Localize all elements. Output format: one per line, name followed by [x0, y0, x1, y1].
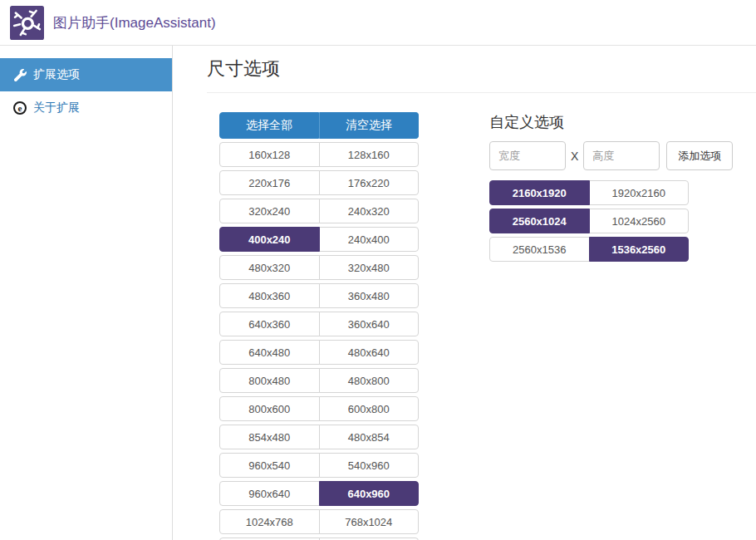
preset-size-option-800x480[interactable]: 800x480: [219, 368, 320, 393]
preset-size-option-220x176[interactable]: 220x176: [219, 170, 320, 195]
custom-size-option-2560x1536[interactable]: 2560x1536: [489, 237, 590, 262]
preset-size-option-960x540[interactable]: 960x540: [219, 453, 320, 478]
preset-size-option-176x220[interactable]: 176x220: [319, 170, 420, 195]
sidebar-item-about-extension[interactable]: e 关于扩展: [0, 91, 172, 125]
width-input[interactable]: [489, 141, 566, 170]
custom-size-option-2560x1024[interactable]: 2560x1024: [489, 209, 590, 233]
preset-size-option-240x400[interactable]: 240x400: [319, 227, 420, 252]
preset-size-option-640x480[interactable]: 640x480: [219, 340, 320, 365]
custom-size-row: 2560x15361536x2560: [489, 237, 689, 262]
preset-size-row: 640x360360x640: [219, 312, 419, 336]
preset-size-row: 960x540540x960: [219, 453, 419, 478]
preset-size-row: 1024x768768x1024: [219, 509, 419, 534]
preset-size-option-480x360[interactable]: 480x360: [219, 283, 320, 308]
preset-size-option-320x240[interactable]: 320x240: [219, 199, 320, 223]
preset-size-option-768x1024[interactable]: 768x1024: [319, 509, 420, 534]
preset-size-option-800x600[interactable]: 800x600: [219, 396, 320, 421]
preset-size-row: 480x360360x480: [219, 283, 419, 308]
app-header: 图片助手(ImageAssistant): [0, 0, 756, 46]
preset-size-option-640x960[interactable]: 640x960: [319, 481, 420, 506]
custom-size-row: 2560x10241024x2560: [489, 209, 689, 233]
custom-options-section: 自定义选项 X 添加选项 2160x19201920x21602560x1024…: [489, 112, 733, 540]
preset-size-option-480x800[interactable]: 480x800: [319, 368, 420, 393]
height-input[interactable]: [583, 141, 660, 170]
page-title: 尺寸选项: [207, 46, 756, 93]
preset-size-option-1024x768[interactable]: 1024x768: [219, 509, 320, 534]
preset-size-row: 960x640640x960: [219, 481, 419, 506]
preset-size-row: 640x480480x640: [219, 340, 419, 365]
preset-size-option-480x640[interactable]: 480x640: [319, 340, 420, 365]
preset-size-row: 400x240240x400: [219, 227, 419, 252]
preset-size-option-160x128[interactable]: 160x128: [219, 142, 320, 167]
custom-size-option-2160x1920[interactable]: 2160x1920: [489, 180, 590, 205]
preset-size-option-360x640[interactable]: 360x640: [319, 312, 420, 336]
about-icon: e: [12, 101, 27, 115]
custom-size-option-1920x2160[interactable]: 1920x2160: [589, 180, 690, 205]
add-option-button[interactable]: 添加选项: [666, 141, 733, 170]
sidebar-item-label: 关于扩展: [33, 101, 80, 115]
custom-size-option-1536x2560[interactable]: 1536x2560: [589, 237, 690, 262]
main-content: 尺寸选项 选择全部 清空选择 160x128128x160220x176176x…: [174, 46, 756, 540]
clear-selection-button[interactable]: 清空选择: [319, 112, 419, 139]
preset-size-option-128x160[interactable]: 128x160: [319, 142, 420, 167]
preset-size-option-960x640[interactable]: 960x640: [219, 481, 320, 506]
preset-size-row: 854x480480x854: [219, 425, 419, 449]
app-title: 图片助手(ImageAssistant): [53, 13, 216, 32]
sidebar: 扩展选项 e 关于扩展: [0, 46, 173, 540]
select-all-button[interactable]: 选择全部: [219, 112, 319, 139]
preset-size-option-400x240[interactable]: 400x240: [219, 227, 320, 252]
preset-size-option-360x480[interactable]: 360x480: [319, 283, 420, 308]
preset-size-option-320x480[interactable]: 320x480: [319, 255, 420, 280]
preset-size-option-480x854[interactable]: 480x854: [319, 425, 420, 449]
custom-size-row: 2160x19201920x2160: [489, 180, 689, 205]
app-logo-icon: [10, 5, 44, 41]
preset-size-option-600x800[interactable]: 600x800: [319, 396, 420, 421]
preset-size-row: 480x320320x480: [219, 255, 419, 280]
dimension-separator: X: [571, 150, 578, 163]
custom-size-form: X 添加选项: [489, 141, 733, 170]
preset-size-row: 220x176176x220: [219, 170, 419, 195]
preset-size-option-480x320[interactable]: 480x320: [219, 255, 320, 280]
preset-size-option-640x360[interactable]: 640x360: [219, 312, 320, 336]
preset-size-row: 320x240240x320: [219, 199, 419, 223]
preset-size-row: 160x128128x160: [219, 142, 419, 167]
preset-size-option-240x320[interactable]: 240x320: [319, 199, 420, 223]
custom-options-title: 自定义选项: [489, 112, 733, 132]
grid-action-row: 选择全部 清空选择: [219, 112, 419, 139]
preset-size-row: 800x480480x800: [219, 368, 419, 393]
preset-size-option-540x960[interactable]: 540x960: [319, 453, 420, 478]
preset-size-option-854x480[interactable]: 854x480: [219, 425, 320, 449]
preset-size-grid: 选择全部 清空选择 160x128128x160220x176176x22032…: [219, 112, 419, 540]
sidebar-item-extension-options[interactable]: 扩展选项: [0, 58, 172, 91]
sidebar-item-label: 扩展选项: [33, 67, 80, 82]
preset-size-row: 800x600600x800: [219, 396, 419, 421]
custom-size-option-1024x2560[interactable]: 1024x2560: [589, 209, 690, 233]
wrench-icon: [12, 67, 27, 82]
